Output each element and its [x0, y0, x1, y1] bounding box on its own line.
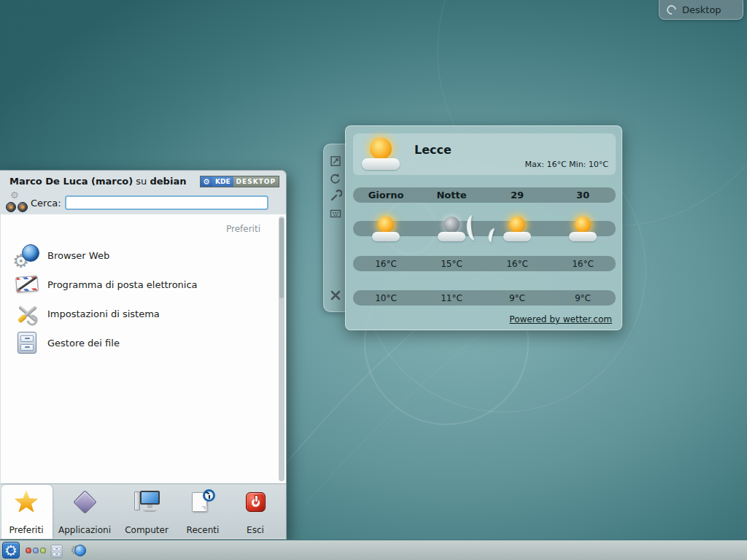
sun-cloud-icon — [569, 217, 597, 243]
recent-documents-icon — [190, 489, 216, 516]
weather-col-30: 30 — [550, 190, 616, 201]
list-item-system-settings[interactable]: Impostazioni di sistema — [1, 299, 286, 328]
kde-gear-icon: ⚙ — [201, 176, 212, 187]
kickoff-tabbar: Preferiti Applicazioni Computer Recenti — [1, 483, 286, 538]
sun-cloud-icon — [503, 217, 531, 243]
browser-launcher[interactable]: ⚙ — [72, 543, 87, 558]
activity-dot-blue[interactable] — [33, 548, 39, 553]
list-item-file-manager[interactable]: Gestore dei file — [1, 328, 286, 357]
settings-grid-icon[interactable] — [329, 207, 342, 220]
kde-desktop-badge: ⚙ KDE DESKTOP — [200, 176, 279, 187]
tab-esci[interactable]: Esci — [226, 484, 285, 539]
file-manager-launcher[interactable] — [50, 544, 62, 558]
weather-forecast-icons — [353, 214, 616, 249]
weather-night-temps: 10°C 11°C 9°C 9°C — [353, 290, 616, 306]
weather-header: Lecce Max: 16°C Min: 10°C — [353, 133, 616, 175]
search-input[interactable] — [65, 195, 268, 210]
mail-icon — [15, 272, 40, 297]
weather-col-29: 29 — [484, 190, 550, 201]
weather-col-notte: Notte — [419, 190, 484, 201]
tab-recenti[interactable]: Recenti — [174, 484, 232, 539]
star-icon — [13, 489, 39, 516]
applet-handle[interactable] — [323, 144, 347, 312]
desktop: Desktop Lecce Max: 16°C Min: 10°C — [0, 0, 747, 560]
list-item-email[interactable]: Programma di posta elettronica — [1, 270, 286, 299]
file-cabinet-icon — [15, 330, 40, 355]
wetter-credit-link[interactable]: Powered by wetter.com — [509, 314, 612, 324]
weather-day-temps: 16°C 15°C 16°C 16°C — [353, 256, 616, 271]
weather-widget[interactable]: Lecce Max: 16°C Min: 10°C Giorno Notte 2… — [345, 125, 622, 330]
tab-applicazioni[interactable]: Applicazioni — [55, 484, 114, 539]
browser-globe-icon: ⚙ — [15, 243, 40, 268]
search-binoculars-icon: ⚙ — [6, 192, 28, 213]
bottom-panel: ⚙ K ⚙ ✂ it ▲ 21:16 >_ ⊘ °C — [0, 540, 747, 560]
desktop-toolbox[interactable]: Desktop — [659, 0, 743, 20]
crescent-moon-small-icon — [487, 228, 499, 244]
rotate-icon[interactable] — [329, 172, 342, 185]
weather-col-giorno: Giorno — [353, 190, 419, 201]
crescent-moon-icon — [465, 214, 483, 241]
scrollbar-thumb[interactable] — [279, 218, 284, 298]
close-icon[interactable] — [329, 289, 342, 302]
tab-preferiti[interactable]: Preferiti — [0, 484, 55, 539]
sun-cloud-icon — [372, 217, 400, 243]
day-temp: 16°C — [550, 259, 616, 269]
list-item-browser-web[interactable]: ⚙ Browser Web — [1, 241, 286, 270]
tools-icon — [15, 301, 40, 326]
weather-city: Lecce — [414, 143, 452, 157]
night-temp: 9°C — [550, 293, 616, 303]
favorites-list: ⚙ Browser Web Programma di posta elettro… — [1, 241, 286, 357]
scrollbar[interactable] — [279, 217, 285, 481]
night-temp: 10°C — [353, 293, 419, 303]
search-label: Cerca: — [31, 192, 61, 214]
weather-maxmin: Max: 16°C Min: 10°C — [525, 160, 608, 169]
toolbox-label: Desktop — [682, 4, 721, 15]
day-temp: 16°C — [484, 259, 550, 269]
power-icon — [242, 489, 268, 516]
kickoff-menu: Marco De Luca (marco) su debian ⚙ KDE DE… — [0, 170, 287, 540]
kickoff-content: Preferiti ⚙ Browser Web Programma di pos… — [1, 214, 286, 483]
applications-diamond-icon — [71, 489, 98, 516]
kickoff-search-row: ⚙ Cerca: — [0, 192, 286, 214]
cashew-icon — [665, 3, 678, 16]
kde-menu-button[interactable]: ⚙ K — [2, 542, 20, 559]
activity-dot-red[interactable] — [26, 548, 31, 553]
configure-wrench-icon[interactable] — [329, 190, 342, 203]
kde-k-letter: K — [9, 547, 14, 554]
computer-icon — [133, 489, 160, 516]
moon-cloud-icon — [438, 217, 465, 243]
resize-icon[interactable] — [329, 155, 342, 168]
section-label: Preferiti — [226, 224, 260, 234]
weather-column-headers: Giorno Notte 29 30 — [353, 187, 616, 203]
tab-computer[interactable]: Computer — [117, 484, 176, 539]
weather-current-icon — [362, 138, 400, 171]
night-temp: 11°C — [419, 293, 484, 303]
day-temp: 15°C — [419, 259, 484, 269]
day-temp: 16°C — [353, 259, 419, 269]
activity-dot-green[interactable] — [40, 548, 46, 553]
night-temp: 9°C — [484, 293, 550, 303]
